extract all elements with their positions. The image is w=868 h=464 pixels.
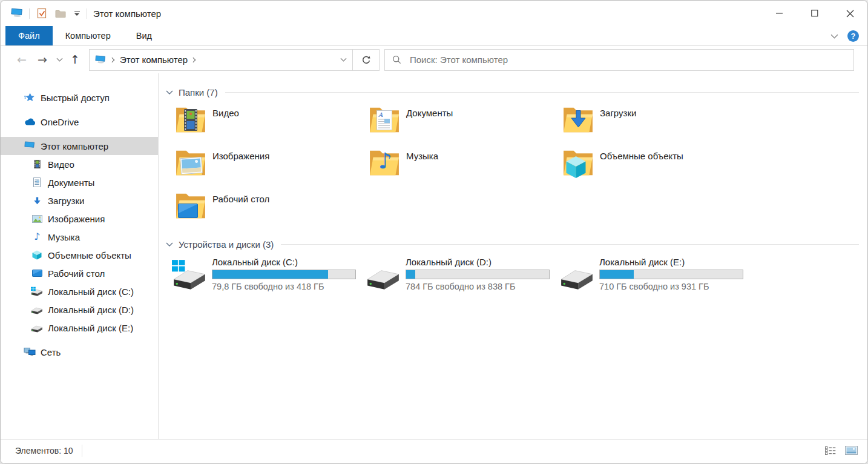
sidebar-item-music[interactable]: ♪ Музыка — [1, 228, 158, 246]
breadcrumb-chevron-icon[interactable] — [192, 57, 196, 63]
title-bar: Этот компьютер — [1, 1, 867, 26]
refresh-icon[interactable] — [352, 50, 379, 70]
folder-item-music[interactable]: ♪ Музыка — [361, 148, 554, 191]
folder-item-desktop[interactable]: Рабочий стол — [167, 191, 361, 234]
help-icon[interactable]: ? — [847, 30, 859, 42]
computer-icon[interactable] — [10, 7, 24, 20]
drive-c-icon — [31, 287, 43, 296]
minimize-button[interactable] — [762, 1, 797, 26]
thumbnail-view-icon[interactable] — [843, 444, 859, 457]
sidebar-item-downloads[interactable]: Загрузки — [1, 191, 158, 210]
folder-item-3d-objects[interactable]: Объемные объекты — [554, 148, 748, 191]
collapse-chevron-icon[interactable] — [166, 90, 173, 94]
breadcrumb: Этот компьютер — [90, 55, 334, 65]
folder-item-documents[interactable]: A Документы — [361, 105, 554, 148]
sidebar-item-local-disk-d[interactable]: Локальный диск (D:) — [1, 300, 158, 319]
drive-item-d[interactable]: Локальный диск (D:) 784 ГБ свободно из 8… — [361, 257, 554, 296]
sidebar-item-local-disk-c[interactable]: Локальный диск (C:) — [1, 282, 158, 300]
sidebar-item-quick-access[interactable]: Быстрый доступ — [1, 88, 158, 107]
windows-logo-icon — [172, 260, 185, 272]
music-note-icon: ♪ — [378, 150, 392, 172]
folder-label: Изображения — [212, 151, 269, 191]
sidebar-item-label: Этот компьютер — [41, 141, 108, 151]
group-header-folders[interactable]: Папки (7) — [166, 85, 859, 99]
customize-qat-dropdown-icon[interactable] — [73, 12, 81, 16]
close-button[interactable] — [832, 1, 867, 26]
folder-label: Объемные объекты — [600, 151, 683, 191]
documents-icon — [31, 177, 43, 187]
sidebar-item-local-disk-e[interactable]: Локальный диск (E:) — [1, 319, 158, 337]
ribbon-collapse-icon[interactable] — [830, 30, 838, 41]
back-arrow-icon[interactable]: ← — [12, 54, 32, 65]
drive-c-icon — [172, 259, 207, 292]
separator — [82, 445, 82, 457]
pictures-icon — [31, 215, 43, 223]
search-box[interactable] — [384, 49, 854, 71]
this-pc-icon — [95, 55, 107, 65]
folder-item-downloads[interactable]: Загрузки — [554, 105, 748, 148]
folder-item-videos[interactable]: Видео — [167, 105, 361, 148]
tab-file[interactable]: Файл — [5, 26, 53, 45]
recent-locations-chevron-icon[interactable] — [53, 58, 66, 62]
breadcrumb-item[interactable]: Этот компьютер — [120, 55, 188, 65]
folder-label: Рабочий стол — [212, 194, 269, 234]
details-view-icon[interactable] — [823, 444, 838, 457]
sidebar-item-onedrive[interactable]: OneDrive — [1, 113, 158, 131]
drives-grid: Локальный диск (C:) 79,8 ГБ свободно из … — [167, 257, 859, 296]
capacity-bar-fill — [600, 270, 634, 279]
sidebar-item-this-pc[interactable]: Этот компьютер — [1, 137, 158, 155]
folder-label: Загрузки — [600, 108, 636, 148]
group-header-devices[interactable]: Устройства и диски (3) — [166, 237, 859, 251]
sidebar-item-documents[interactable]: Документы — [1, 173, 158, 191]
window-title: Этот компьютер — [93, 8, 161, 19]
drive-name: Локальный диск (C:) — [212, 257, 356, 268]
sidebar-item-network[interactable]: Сеть — [1, 343, 158, 361]
content-pane: Папки (7) — [159, 73, 867, 439]
capacity-bar-fill — [212, 270, 328, 279]
navigation-pane: Быстрый доступ OneDrive Этот компьютер — [1, 73, 159, 439]
folder-label: Видео — [212, 108, 239, 148]
tab-computer[interactable]: Компьютер — [53, 26, 123, 45]
search-input[interactable] — [409, 54, 846, 65]
tab-view[interactable]: Вид — [123, 26, 165, 45]
address-dropdown-chevron-icon[interactable] — [334, 50, 352, 70]
sidebar-item-label: Локальный диск (E:) — [48, 323, 133, 333]
group-divider — [225, 92, 859, 93]
breadcrumb-chevron-icon[interactable] — [111, 57, 115, 63]
new-folder-icon[interactable] — [54, 7, 67, 20]
drive-icon — [366, 259, 401, 292]
sidebar-item-label: Документы — [48, 177, 94, 188]
capacity-bar-fill — [406, 270, 415, 279]
navigation-bar: ← → ↑ Этот компьютер — [1, 46, 867, 73]
maximize-button[interactable] — [797, 1, 832, 26]
sidebar-item-label: OneDrive — [41, 117, 79, 127]
drive-name: Локальный диск (E:) — [599, 257, 743, 268]
free-space-text: 784 ГБ свободно из 838 ГБ — [406, 282, 550, 291]
drive-item-e[interactable]: Локальный диск (E:) 710 ГБ свободно из 9… — [554, 257, 748, 296]
music-note-icon: ♪ — [31, 232, 43, 242]
3d-cube-icon — [565, 156, 587, 179]
properties-check-icon[interactable] — [35, 7, 48, 20]
sidebar-item-label: Объемные объекты — [48, 250, 131, 260]
download-arrow-icon — [570, 110, 587, 128]
up-arrow-icon[interactable]: ↑ — [66, 54, 84, 65]
desktop-screen-icon — [178, 204, 198, 218]
this-pc-icon — [24, 141, 36, 151]
forward-arrow-icon[interactable]: → — [32, 54, 53, 65]
items-count: Элементов: 10 — [15, 446, 73, 456]
drive-icon — [31, 323, 43, 333]
sidebar-item-desktop[interactable]: Рабочий стол — [1, 264, 158, 282]
desktop-icon — [31, 270, 43, 277]
sidebar-item-label: Локальный диск (C:) — [48, 287, 134, 297]
sidebar-item-pictures[interactable]: Изображения — [1, 210, 158, 228]
sidebar-item-3d-objects[interactable]: Объемные объекты — [1, 246, 158, 264]
address-bar[interactable]: Этот компьютер — [89, 49, 380, 71]
folder-item-pictures[interactable]: Изображения — [167, 148, 361, 191]
drive-icon — [559, 259, 594, 292]
svg-text:A: A — [378, 111, 383, 118]
drive-item-c[interactable]: Локальный диск (C:) 79,8 ГБ свободно из … — [167, 257, 361, 296]
sidebar-item-videos[interactable]: Видео — [1, 155, 158, 173]
sidebar-item-label: Рабочий стол — [48, 268, 105, 279]
status-bar: Элементов: 10 — [1, 439, 867, 463]
collapse-chevron-icon[interactable] — [166, 242, 173, 247]
